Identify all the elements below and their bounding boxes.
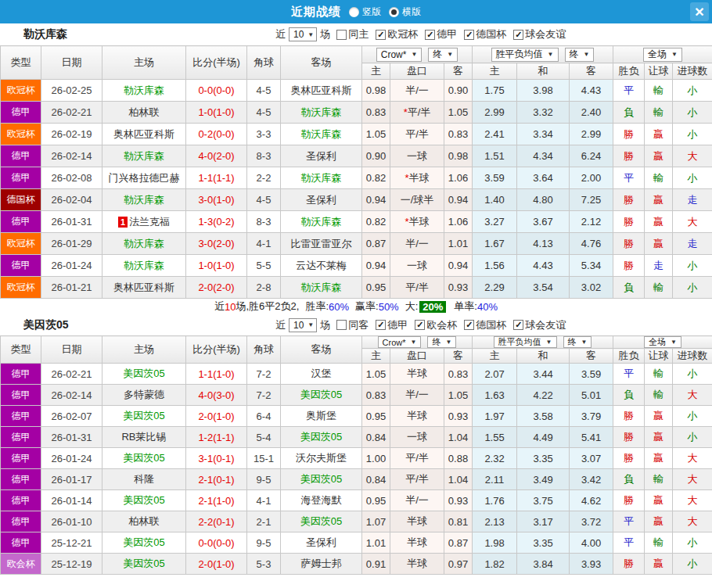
league-badge: 德甲 bbox=[1, 385, 41, 406]
result-handicap: 贏 bbox=[645, 406, 673, 427]
chevron-down-icon: ▼ bbox=[307, 321, 314, 328]
league-checkbox-bundesliga[interactable]: ✓ bbox=[425, 30, 435, 40]
avg-odds-select[interactable]: 胜平负均值▼ bbox=[491, 48, 559, 62]
league-label-uecl[interactable]: 欧会杯 bbox=[426, 318, 457, 332]
avg-win-odds: 1.55 bbox=[473, 427, 517, 448]
radio-vertical-label[interactable]: 竖版 bbox=[362, 5, 381, 19]
league-label-dfb[interactable]: 德国杯 bbox=[476, 318, 506, 332]
avg-win-odds: 1.56 bbox=[473, 255, 517, 277]
avg-draw-odds: 3.34 bbox=[517, 124, 570, 145]
handicap-line: 半球 bbox=[390, 532, 444, 554]
avg-draw-odds: 3.67 bbox=[517, 211, 570, 233]
result-handicap: 輸 bbox=[645, 277, 673, 299]
away-team: 云达不莱梅 bbox=[281, 255, 362, 277]
avg-win-odds: 1.76 bbox=[473, 490, 517, 511]
same-venue-label[interactable]: 同客 bbox=[348, 318, 369, 332]
avg-lose-odds: 7.25 bbox=[570, 189, 613, 211]
same-venue-checkbox[interactable] bbox=[336, 30, 347, 40]
handicap-odds-away: 1.04 bbox=[444, 427, 473, 448]
odds-company-select[interactable]: Crow*▼ bbox=[376, 48, 423, 62]
score: 2-1(1-0) bbox=[186, 490, 247, 511]
home-team: 勒沃库森 bbox=[102, 189, 186, 211]
result-goals: 大 bbox=[673, 490, 712, 511]
avg-odds-select[interactable]: 胜平负均值▼ bbox=[494, 336, 557, 348]
score: 4-0(3-0) bbox=[186, 385, 247, 406]
result-goals: 走 bbox=[673, 189, 712, 211]
match-date: 26-01-14 bbox=[41, 490, 102, 511]
handicap-odds-away: 0.98 bbox=[444, 145, 473, 167]
handicap-odds-away: 1.01 bbox=[444, 233, 473, 255]
league-badge: 德甲 bbox=[1, 532, 41, 554]
match-date: 26-02-08 bbox=[41, 167, 102, 189]
handicap-line: 平/半 bbox=[390, 124, 444, 145]
league-checkbox-ucl[interactable]: ✓ bbox=[376, 30, 386, 40]
match-count-select[interactable]: 10 ▼ bbox=[289, 27, 317, 41]
avg-draw-odds: 3.32 bbox=[517, 102, 570, 124]
result-goals: 大 bbox=[673, 145, 712, 167]
match-scope-select[interactable]: 全场▼ bbox=[644, 336, 681, 348]
match-row: 德甲26-02-21柏林联1-0(1-0)4-5勒沃库森0.83*平/半1.05… bbox=[1, 102, 712, 124]
home-team: 美因茨05 bbox=[102, 448, 186, 469]
away-team: 奥斯堡 bbox=[281, 406, 362, 427]
match-count-select[interactable]: 10 ▼ bbox=[289, 318, 317, 332]
score: 2-1(0-1) bbox=[186, 469, 247, 490]
same-venue-checkbox[interactable] bbox=[336, 320, 347, 330]
sub-header-avg-draw: 和 bbox=[517, 349, 570, 364]
final-avg-select[interactable]: 终▼ bbox=[563, 336, 592, 348]
odds-company-select[interactable]: Crow*▼ bbox=[378, 336, 422, 348]
score: 3-0(2-0) bbox=[186, 233, 247, 255]
avg-draw-odds: 3.64 bbox=[517, 167, 570, 189]
col-header-type: 类型 bbox=[1, 336, 41, 364]
handicap-line: 一球 bbox=[390, 145, 444, 167]
avg-lose-odds: 3.93 bbox=[570, 554, 613, 575]
section-header-leverkusen: 勒沃库森 近 10 ▼ 场 同主 ✓ 欧冠杯 ✓ 德甲 ✓ 德国杯 ✓ 球会友谊 bbox=[0, 23, 712, 45]
win-rate-label: 胜率: bbox=[305, 299, 329, 314]
avg-draw-odds: 3.98 bbox=[517, 80, 570, 102]
match-row: 欧冠杯26-02-19奥林匹亚科斯0-2(0-0)3-3勒沃库森1.05平/半0… bbox=[1, 124, 712, 145]
league-checkbox-dfb[interactable]: ✓ bbox=[464, 30, 474, 40]
close-button[interactable]: ✕ bbox=[690, 2, 709, 21]
result-handicap: 輸 bbox=[645, 532, 673, 554]
avg-draw-odds: 3.75 bbox=[517, 490, 570, 511]
league-label-dfb[interactable]: 德国杯 bbox=[476, 27, 506, 41]
radio-horizontal-label[interactable]: 横版 bbox=[402, 5, 421, 19]
home-team: 勒沃库森 bbox=[102, 233, 186, 255]
league-label-bundesliga[interactable]: 德甲 bbox=[387, 318, 408, 332]
league-checkbox-dfb[interactable]: ✓ bbox=[464, 320, 474, 330]
home-team: 美因茨05 bbox=[102, 532, 186, 554]
league-checkbox-bundesliga[interactable]: ✓ bbox=[376, 320, 386, 330]
handicap-odds-home: 0.90 bbox=[362, 145, 390, 167]
league-badge: 德甲 bbox=[1, 255, 41, 277]
match-scope-select[interactable]: 全场▼ bbox=[643, 48, 682, 62]
final-avg-select[interactable]: 终▼ bbox=[565, 48, 595, 62]
corners: 2-8 bbox=[247, 277, 281, 299]
avg-draw-odds: 4.22 bbox=[517, 385, 570, 406]
result-goals: 小 bbox=[673, 364, 712, 385]
radio-horizontal-layout[interactable] bbox=[389, 7, 399, 17]
result-outcome: 勝 bbox=[613, 448, 645, 469]
chevron-down-icon: ▼ bbox=[671, 51, 678, 58]
final-odds-select[interactable]: 终▼ bbox=[428, 48, 458, 62]
radio-vertical-layout[interactable] bbox=[349, 7, 359, 17]
score: 1-0(1-0) bbox=[186, 255, 247, 277]
chevron-down-icon: ▼ bbox=[671, 339, 677, 346]
league-label-bundesliga[interactable]: 德甲 bbox=[437, 27, 457, 41]
corners: 2-2 bbox=[247, 167, 281, 189]
league-label-ucl[interactable]: 欧冠杯 bbox=[387, 27, 418, 41]
col-header-score: 比分(半场) bbox=[186, 46, 247, 80]
league-label-friendly[interactable]: 球会友谊 bbox=[525, 318, 566, 332]
league-badge: 欧会杯 bbox=[1, 554, 41, 575]
league-label-friendly[interactable]: 球会友谊 bbox=[525, 27, 566, 41]
league-checkbox-uecl[interactable]: ✓ bbox=[415, 320, 425, 330]
asterisk-marker: * bbox=[405, 172, 408, 184]
league-checkbox-friendly[interactable]: ✓ bbox=[513, 30, 523, 40]
final-odds-select[interactable]: 终▼ bbox=[427, 336, 456, 348]
avg-draw-odds: 3.54 bbox=[517, 277, 570, 299]
result-handicap: 輸 bbox=[645, 385, 673, 406]
corners: 15-1 bbox=[247, 448, 281, 469]
same-venue-label[interactable]: 同主 bbox=[348, 27, 369, 41]
sub-header-avg-win: 主 bbox=[473, 63, 517, 80]
handicap-line: 半/一 bbox=[390, 385, 444, 406]
handicap-odds-home: 0.82 bbox=[362, 211, 390, 233]
league-checkbox-friendly[interactable]: ✓ bbox=[513, 320, 523, 330]
